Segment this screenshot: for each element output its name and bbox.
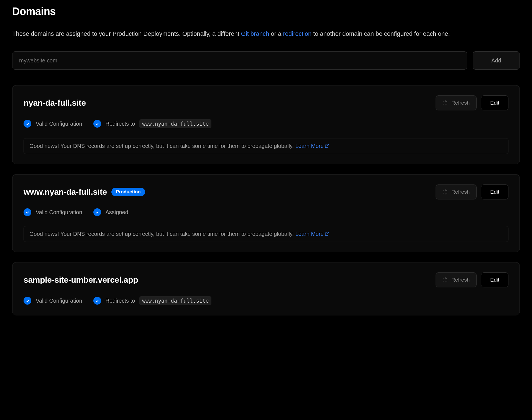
git-branch-link[interactable]: Git branch [241, 30, 269, 37]
domain-card-actions: RefreshEdit [436, 184, 508, 199]
description-text: or a [271, 30, 283, 37]
production-badge: Production [111, 188, 145, 196]
check-icon [93, 297, 101, 305]
svg-line-25 [446, 278, 447, 279]
status-row: Valid ConfigurationRedirects towww.nyan-… [24, 119, 508, 128]
add-domain-row: Add [12, 51, 520, 70]
svg-line-12 [446, 193, 447, 194]
status-item: Assigned [93, 208, 128, 216]
refresh-button[interactable]: Refresh [436, 272, 477, 287]
status-item: Redirects towww.nyan-da-full.site [93, 119, 212, 128]
svg-line-11 [444, 190, 444, 191]
svg-line-7 [446, 101, 447, 102]
svg-line-8 [327, 144, 329, 146]
refresh-button[interactable]: Refresh [436, 95, 477, 110]
description-text: These domains are assigned to your Produ… [12, 30, 241, 37]
status-row: Valid ConfigurationAssigned [24, 208, 508, 216]
svg-line-3 [446, 104, 447, 105]
dns-notice: Good news! Your DNS records are set up c… [24, 138, 508, 154]
edit-button[interactable]: Edit [481, 272, 508, 287]
redirection-link[interactable]: redirection [283, 30, 312, 37]
svg-line-20 [444, 278, 444, 279]
check-icon [93, 208, 101, 216]
refresh-button[interactable]: Refresh [436, 184, 477, 199]
redirect-target: www.nyan-da-full.site [139, 296, 211, 305]
status-row: Valid ConfigurationRedirects towww.nyan-… [24, 296, 508, 305]
notice-text: Good news! Your DNS records are set up c… [29, 231, 295, 237]
learn-more-link[interactable]: Learn More [295, 143, 329, 149]
external-link-icon [325, 232, 329, 236]
domain-card-actions: RefreshEdit [436, 272, 508, 287]
status-item: Valid Configuration [24, 208, 82, 216]
refresh-label: Refresh [451, 100, 470, 106]
check-icon [24, 297, 31, 305]
edit-button[interactable]: Edit [481, 95, 508, 110]
domain-title-wrap: nyan-da-full.site [24, 98, 86, 108]
domain-title-wrap: sample-site-umber.vercel.app [24, 275, 138, 285]
domain-input[interactable] [12, 51, 467, 70]
check-icon [24, 120, 31, 128]
status-label: Valid Configuration [36, 121, 82, 127]
redirect-target: www.nyan-da-full.site [139, 119, 211, 128]
svg-line-15 [444, 193, 444, 194]
external-link-icon [325, 144, 329, 148]
refresh-label: Refresh [451, 189, 470, 195]
status-label: Valid Configuration [36, 209, 82, 216]
svg-line-2 [444, 101, 444, 102]
domain-name: www.nyan-da-full.site [24, 187, 107, 197]
page-description: These domains are assigned to your Produ… [12, 29, 511, 39]
svg-line-24 [444, 281, 444, 282]
status-label: Valid Configuration [36, 298, 82, 304]
status-item: Valid Configuration [24, 297, 82, 305]
domain-card-actions: RefreshEdit [436, 95, 508, 110]
domain-title-wrap: www.nyan-da-full.siteProduction [24, 187, 145, 197]
learn-more-label: Learn More [295, 231, 324, 237]
svg-line-21 [446, 281, 447, 282]
domain-card: nyan-da-full.siteRefreshEditValid Config… [12, 85, 520, 164]
refresh-label: Refresh [451, 277, 470, 283]
notice-text: Good news! Your DNS records are set up c… [29, 143, 295, 149]
domain-card: www.nyan-da-full.siteProductionRefreshEd… [12, 174, 520, 252]
edit-button[interactable]: Edit [481, 184, 508, 199]
spinner-icon [443, 277, 448, 283]
learn-more-link[interactable]: Learn More [295, 231, 329, 237]
status-label: Assigned [106, 209, 128, 216]
domain-name: sample-site-umber.vercel.app [24, 275, 138, 285]
svg-line-16 [446, 190, 447, 191]
spinner-icon [443, 189, 448, 195]
check-icon [93, 120, 101, 128]
svg-line-6 [444, 104, 444, 105]
status-item: Valid Configuration [24, 120, 82, 128]
status-item: Redirects towww.nyan-da-full.site [93, 296, 212, 305]
status-label: Redirects to [106, 298, 135, 304]
domain-card-header: nyan-da-full.siteRefreshEdit [24, 95, 508, 110]
spinner-icon [443, 100, 448, 106]
dns-notice: Good news! Your DNS records are set up c… [24, 226, 508, 242]
domain-card-header: www.nyan-da-full.siteProductionRefreshEd… [24, 184, 508, 199]
domain-card-header: sample-site-umber.vercel.appRefreshEdit [24, 272, 508, 287]
learn-more-label: Learn More [295, 143, 324, 149]
domain-card: sample-site-umber.vercel.appRefreshEditV… [12, 262, 520, 315]
svg-line-17 [327, 232, 329, 234]
description-text: to another domain can be configured for … [313, 30, 450, 37]
status-label: Redirects to [106, 121, 135, 127]
page-title: Domains [12, 6, 520, 17]
check-icon [24, 208, 31, 216]
domain-name: nyan-da-full.site [24, 98, 86, 108]
add-button[interactable]: Add [473, 51, 520, 70]
